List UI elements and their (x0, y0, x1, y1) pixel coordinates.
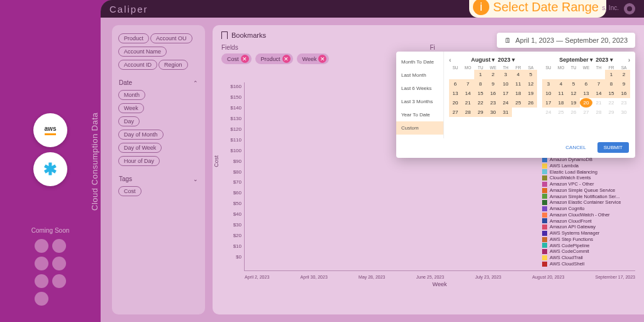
date-pill-day[interactable]: Day (118, 116, 140, 126)
day-25[interactable]: 25 (555, 108, 567, 117)
date-pill-month[interactable]: Month (118, 90, 145, 100)
day-18[interactable]: 18 (512, 89, 525, 98)
day-8[interactable]: 8 (474, 79, 487, 89)
day-17[interactable]: 17 (499, 89, 512, 98)
day-27[interactable]: 27 (449, 108, 462, 117)
legend-item[interactable]: Amazon CloudFront (542, 218, 638, 225)
chip-remove-icon[interactable]: ✕ (282, 55, 291, 63)
day-24[interactable]: 24 (542, 108, 555, 117)
day-30[interactable]: 30 (487, 108, 499, 117)
day-14[interactable]: 14 (462, 89, 474, 98)
legend-item[interactable]: AWS Systems Manager (542, 230, 638, 236)
legend-item[interactable]: Amazon Cognito (542, 206, 638, 212)
date-pill-day-of-month[interactable]: Day of Month (118, 130, 164, 140)
day-4[interactable]: 4 (512, 70, 525, 79)
day-16[interactable]: 16 (487, 89, 499, 98)
day-23[interactable]: 23 (618, 98, 630, 108)
day-24[interactable]: 24 (499, 98, 512, 108)
day-10[interactable]: 10 (499, 79, 512, 89)
day-16[interactable]: 16 (618, 89, 630, 98)
day-13[interactable]: 13 (580, 89, 592, 98)
day-15[interactable]: 15 (474, 89, 487, 98)
day-1[interactable]: 1 (605, 70, 618, 79)
day-31[interactable]: 31 (499, 108, 512, 117)
day-19[interactable]: 19 (525, 89, 537, 98)
date-range-display[interactable]: 🗓 April 1, 2023 — September 20, 2023 (497, 33, 635, 48)
day-18[interactable]: 18 (555, 98, 567, 108)
legend-item[interactable]: AWS CodePipeline (542, 243, 638, 249)
user-icon[interactable] (624, 3, 635, 14)
date-pill-week[interactable]: Week (118, 103, 144, 113)
pill-account-id[interactable]: Account ID (118, 60, 157, 70)
day-7[interactable]: 7 (462, 79, 474, 89)
pill-account-name[interactable]: Account Name (118, 47, 167, 57)
day-11[interactable]: 11 (555, 89, 567, 98)
preset-last-3-months[interactable]: Last 3 Months (396, 95, 443, 108)
banner-select-range[interactable]: i Select Date Range (469, 0, 606, 18)
pill-region[interactable]: Region (158, 60, 188, 70)
day-15[interactable]: 15 (605, 89, 618, 98)
legend-item[interactable]: Amazon VPC - Other (542, 181, 638, 187)
day-12[interactable]: 12 (567, 89, 580, 98)
day-30[interactable]: 30 (618, 108, 630, 117)
day-6[interactable]: 6 (449, 79, 462, 89)
sidebar-section-tags[interactable]: Tags⌄ (118, 174, 199, 184)
day-9[interactable]: 9 (487, 79, 499, 89)
day-2[interactable]: 2 (487, 70, 499, 79)
legend-item[interactable]: Amazon Simple Queue Service (542, 187, 638, 194)
date-pill-day-of-week[interactable]: Day of Week (118, 143, 162, 153)
day-11[interactable]: 11 (512, 79, 525, 89)
preset-custom[interactable]: Custom (396, 121, 443, 135)
day-1[interactable]: 1 (474, 70, 487, 79)
legend-item[interactable]: AWS Lambda (542, 163, 638, 169)
legend-item[interactable]: Amazon API Gateway (542, 224, 638, 230)
day-29[interactable]: 29 (474, 108, 487, 117)
chip-remove-icon[interactable]: ✕ (318, 55, 326, 63)
snowflake-icon[interactable]: ✱ (33, 152, 67, 186)
legend-item[interactable]: AWS CodeCommit (542, 248, 638, 255)
legend-item[interactable]: CloudWatch Events (542, 175, 638, 181)
day-28[interactable]: 28 (592, 108, 605, 117)
sidebar-section-date[interactable]: Date⌃ (118, 77, 199, 88)
prev-month-icon[interactable]: ‹ (449, 57, 451, 64)
legend-item[interactable]: AWS CloudShell (542, 261, 638, 267)
day-13[interactable]: 13 (449, 89, 462, 98)
day-20[interactable]: 20 (580, 98, 592, 108)
submit-button[interactable]: SUBMIT (597, 142, 629, 153)
day-22[interactable]: 22 (474, 98, 487, 108)
chip-cost[interactable]: Cost✕ (221, 53, 252, 64)
day-27[interactable]: 27 (580, 108, 592, 117)
pill-product[interactable]: Product (118, 33, 149, 43)
day-20[interactable]: 20 (449, 98, 462, 108)
day-9[interactable]: 9 (618, 79, 630, 89)
preset-last-month[interactable]: Last Month (396, 69, 443, 82)
day-26[interactable]: 26 (525, 98, 537, 108)
next-month-icon[interactable]: › (628, 57, 630, 64)
cancel-button[interactable]: CANCEL (559, 142, 592, 153)
day-5[interactable]: 5 (525, 70, 537, 79)
day-29[interactable]: 29 (605, 108, 618, 117)
day-10[interactable]: 10 (542, 89, 555, 98)
day-3[interactable]: 3 (499, 70, 512, 79)
day-23[interactable]: 23 (487, 98, 499, 108)
day-14[interactable]: 14 (592, 89, 605, 98)
tag-pill-cost[interactable]: Cost (118, 186, 142, 196)
day-21[interactable]: 21 (462, 98, 474, 108)
legend-item[interactable]: Amazon Simple Notification Ser... (542, 194, 638, 200)
day-4[interactable]: 4 (555, 79, 567, 89)
day-12[interactable]: 12 (525, 79, 537, 89)
legend-item[interactable]: AWS CloudTrail (542, 255, 638, 261)
preset-year-to-date[interactable]: Year To Date (396, 108, 443, 121)
chip-week[interactable]: Week✕ (297, 53, 330, 64)
preset-month-to-date[interactable]: Month To Date (396, 55, 443, 69)
pill-account-ou[interactable]: Account OU (150, 33, 192, 43)
day-28[interactable]: 28 (462, 108, 474, 117)
chip-remove-icon[interactable]: ✕ (241, 55, 249, 63)
day-17[interactable]: 17 (542, 98, 555, 108)
aws-icon[interactable]: aws (33, 113, 67, 147)
day-5[interactable]: 5 (567, 79, 580, 89)
day-26[interactable]: 26 (567, 108, 580, 117)
day-22[interactable]: 22 (605, 98, 618, 108)
day-7[interactable]: 7 (592, 79, 605, 89)
chip-product[interactable]: Product✕ (255, 53, 293, 64)
